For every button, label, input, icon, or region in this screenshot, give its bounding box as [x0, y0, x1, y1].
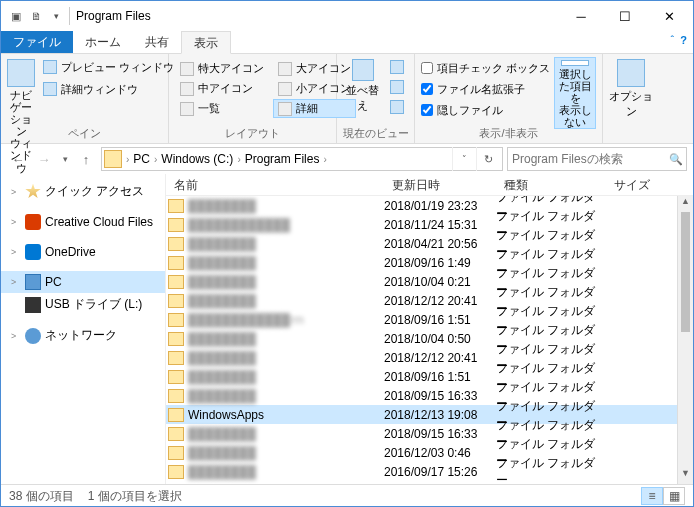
- close-button[interactable]: ✕: [647, 2, 691, 30]
- navigation-pane-icon: [7, 59, 35, 87]
- hide-selected-icon: [561, 60, 589, 66]
- preview-pane-icon: [43, 60, 57, 74]
- tree-icon: [25, 297, 41, 313]
- folder-icon: [168, 256, 184, 270]
- minimize-button[interactable]: ─: [559, 2, 603, 30]
- fitcolumn-button[interactable]: [386, 97, 408, 117]
- columns-icon: [390, 80, 404, 94]
- nav-tree: >クイック アクセス>Creative Cloud Files>OneDrive…: [1, 174, 166, 484]
- history-dropdown-icon[interactable]: ˅: [452, 147, 476, 171]
- folder-icon: [168, 313, 184, 327]
- details-pane-icon: [43, 82, 57, 96]
- col-type[interactable]: 種類: [496, 174, 606, 195]
- file-list: ████████2018/01/19 23:23ファイル フォルダー██████…: [166, 196, 677, 484]
- tree-item[interactable]: >ネットワーク: [1, 324, 165, 347]
- folder-icon: [168, 351, 184, 365]
- tab-file[interactable]: ファイル: [1, 31, 73, 53]
- sort-button[interactable]: 並べ替え: [343, 57, 382, 113]
- checkbox-file-extensions[interactable]: ファイル名拡張子: [421, 80, 550, 98]
- options-icon: [617, 59, 645, 87]
- group-label-view: 現在のビュー: [337, 126, 414, 141]
- group-label-pane: ペイン: [1, 126, 168, 141]
- folder-icon: [168, 370, 184, 384]
- folder-icon: [168, 427, 184, 441]
- grid-icon: [390, 60, 404, 74]
- folder-icon: [168, 332, 184, 346]
- folder-icon: [168, 237, 184, 251]
- column-headers: 名前 更新日時 種類 サイズ: [166, 174, 693, 196]
- help-icon[interactable]: ?: [680, 34, 687, 46]
- tab-share[interactable]: 共有: [133, 31, 181, 53]
- navigation-pane-button[interactable]: ナビゲーション ウィンドウ: [7, 57, 35, 174]
- tab-home[interactable]: ホーム: [73, 31, 133, 53]
- tree-item[interactable]: USB ドライブ (L:): [1, 293, 165, 316]
- details-pane-button[interactable]: 詳細ウィンドウ: [39, 79, 178, 99]
- folder-icon: [168, 294, 184, 308]
- folder-icon: [168, 465, 184, 479]
- scrollbar-vertical[interactable]: ▲ ▼: [677, 196, 693, 484]
- layout-list[interactable]: 一覧: [175, 99, 269, 118]
- expand-icon[interactable]: >: [11, 331, 21, 341]
- file-row[interactable]: ████████2016/09/17 15:26ファイル フォルダー: [166, 462, 677, 481]
- tree-icon: [25, 184, 41, 200]
- group-label-layout: レイアウト: [169, 126, 336, 141]
- window-title: Program Files: [70, 9, 559, 23]
- tree-item[interactable]: >OneDrive: [1, 241, 165, 263]
- tab-view[interactable]: 表示: [181, 31, 231, 54]
- preview-pane-button[interactable]: プレビュー ウィンドウ: [39, 57, 178, 77]
- crumb-drive[interactable]: Windows (C:): [157, 152, 237, 166]
- group-label-show: 表示/非表示: [415, 126, 602, 141]
- expand-icon[interactable]: >: [11, 277, 21, 287]
- statusbar: 38 個の項目 1 個の項目を選択 ≡ ▦: [1, 484, 693, 507]
- folder-icon: [168, 446, 184, 460]
- hide-selected-button[interactable]: 選択した項目を 表示しない: [554, 57, 596, 129]
- ribbon: ナビゲーション ウィンドウ プレビュー ウィンドウ 詳細ウィンドウ ペイン 特大…: [1, 54, 693, 144]
- sizecolumn-button[interactable]: [386, 77, 408, 97]
- search-icon[interactable]: 🔍: [666, 153, 686, 166]
- tree-item[interactable]: >Creative Cloud Files: [1, 211, 165, 233]
- tree-icon: [25, 244, 41, 260]
- tree-icon: [25, 214, 41, 230]
- folder-icon: [168, 218, 184, 232]
- view-details-button[interactable]: ≡: [641, 487, 663, 505]
- layout-md[interactable]: 中アイコン: [175, 79, 269, 98]
- expand-icon[interactable]: >: [11, 187, 21, 197]
- tree-item[interactable]: >クイック アクセス: [1, 180, 165, 203]
- expand-icon[interactable]: >: [11, 247, 21, 257]
- tree-icon: [25, 328, 41, 344]
- ribbon-tabs: ファイル ホーム 共有 表示 ˆ ?: [1, 31, 693, 54]
- folder-icon: [168, 389, 184, 403]
- folder-icon: [168, 275, 184, 289]
- col-size[interactable]: サイズ: [606, 174, 666, 195]
- search-box[interactable]: 🔍: [507, 147, 687, 171]
- checkbox-hidden-files[interactable]: 隠しファイル: [421, 101, 550, 119]
- qat-dropdown-icon[interactable]: ▾: [47, 7, 65, 25]
- col-name[interactable]: 名前: [166, 174, 384, 195]
- status-selected: 1 個の項目を選択: [88, 488, 182, 505]
- addcolumn-button[interactable]: [386, 57, 408, 77]
- checkbox-item-checkboxes[interactable]: 項目チェック ボックス: [421, 59, 550, 77]
- scroll-down-icon[interactable]: ▼: [678, 468, 693, 484]
- folder-icon: [168, 408, 184, 422]
- expand-icon[interactable]: >: [11, 217, 21, 227]
- tree-item[interactable]: >PC: [1, 271, 165, 293]
- maximize-button[interactable]: ☐: [603, 2, 647, 30]
- titlebar: ▣ 🗎 ▾ Program Files ─ ☐ ✕: [1, 1, 693, 31]
- layout-xl[interactable]: 特大アイコン: [175, 59, 269, 78]
- col-date[interactable]: 更新日時: [384, 174, 496, 195]
- options-button[interactable]: オプション: [609, 57, 653, 119]
- view-icons-button[interactable]: ▦: [663, 487, 685, 505]
- ribbon-collapse-icon[interactable]: ˆ: [671, 34, 675, 46]
- search-input[interactable]: [508, 152, 666, 166]
- qat-newfolder-icon[interactable]: 🗎: [27, 7, 45, 25]
- sort-icon: [352, 59, 374, 81]
- status-count: 38 個の項目: [9, 488, 74, 505]
- refresh-button[interactable]: ↻: [476, 147, 500, 171]
- fit-icon: [390, 100, 404, 114]
- crumb-folder[interactable]: Program Files: [241, 152, 324, 166]
- tree-icon: [25, 274, 41, 290]
- scroll-up-icon[interactable]: ▲: [678, 196, 693, 212]
- folder-icon: [168, 199, 184, 213]
- qat-properties-icon[interactable]: ▣: [7, 7, 25, 25]
